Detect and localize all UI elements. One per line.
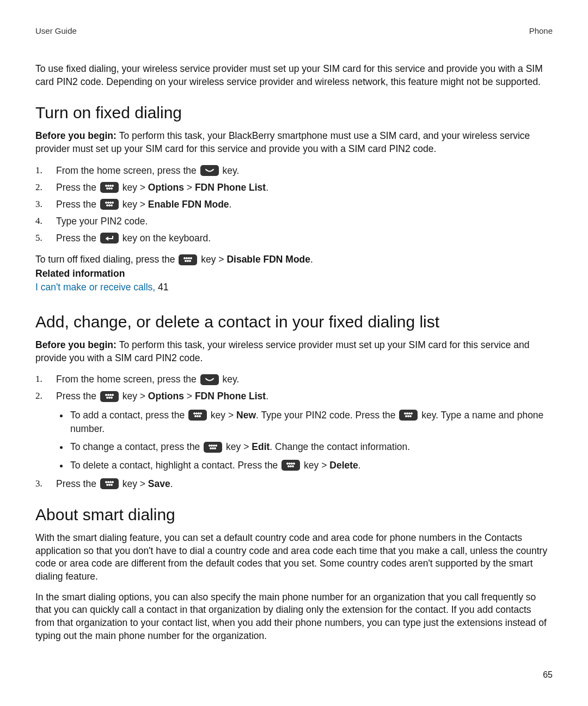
svg-point-13	[111, 205, 112, 206]
svg-point-39	[406, 415, 407, 417]
svg-point-29	[196, 412, 198, 414]
section2-sublist: To add a contact, press the key > New. T…	[56, 409, 553, 473]
svg-point-54	[290, 466, 292, 467]
svg-point-1	[107, 185, 109, 187]
svg-point-15	[186, 257, 188, 259]
svg-point-28	[194, 412, 195, 414]
section2-steps: From the home screen, press the key. Pre…	[35, 372, 553, 491]
section2-step-3: Press the key > Save.	[35, 477, 553, 491]
svg-point-14	[184, 257, 186, 259]
svg-point-21	[105, 394, 107, 395]
svg-point-18	[185, 260, 187, 261]
section2-before: Before you begin: To perform this task, …	[35, 339, 553, 364]
page: User Guide Phone To use fixed dialing, y…	[0, 0, 588, 706]
enter-key-icon	[100, 233, 119, 244]
section1-step-4: Type your PIN2 code.	[35, 214, 553, 229]
svg-point-23	[109, 394, 111, 395]
svg-point-56	[105, 482, 107, 483]
menu-key-icon	[281, 460, 300, 471]
svg-point-32	[195, 415, 197, 417]
section3-title: About smart dialing	[35, 506, 553, 524]
related-info-label: Related information	[35, 267, 553, 281]
section2-bullet-add: To add a contact, press the key > New. T…	[69, 409, 553, 436]
svg-point-17	[191, 257, 192, 259]
svg-point-27	[111, 397, 112, 398]
svg-point-38	[411, 412, 413, 414]
svg-point-35	[405, 412, 406, 414]
section1-step-5: Press the key on the keyboard.	[35, 231, 553, 246]
svg-point-62	[111, 484, 112, 486]
svg-point-48	[215, 447, 216, 449]
section1-before: Before you begin: To perform this task, …	[35, 130, 553, 155]
section3-p2: In the smart dialing options, you can al…	[35, 591, 553, 643]
svg-point-25	[106, 397, 108, 398]
menu-key-icon	[100, 391, 119, 402]
svg-point-16	[188, 257, 190, 259]
svg-point-33	[197, 415, 199, 417]
svg-point-59	[112, 482, 113, 483]
svg-point-45	[216, 445, 217, 446]
section1-step-2: Press the key > Options > FDN Phone List…	[35, 180, 553, 195]
page-number: 65	[543, 670, 553, 680]
svg-point-10	[112, 202, 113, 204]
svg-point-55	[292, 466, 294, 467]
header-left: User Guide	[35, 26, 77, 35]
section1-step-1: From the home screen, press the key.	[35, 163, 553, 178]
svg-point-20	[189, 260, 191, 261]
svg-point-19	[187, 260, 189, 261]
intro-paragraph: To use fixed dialing, your wireless serv…	[35, 63, 553, 88]
section1-step-3: Press the key > Enable FDN Mode.	[35, 197, 553, 212]
svg-point-36	[407, 412, 408, 414]
before-label: Before you begin:	[35, 339, 119, 350]
svg-point-31	[200, 412, 202, 414]
svg-point-43	[211, 445, 213, 446]
svg-point-53	[288, 466, 290, 467]
section2-bullet-delete: To delete a contact, highlight a contact…	[69, 459, 553, 472]
section1-steps: From the home screen, press the key. Pre…	[35, 163, 553, 246]
section1-turnoff: To turn off fixed dialing, press the key…	[35, 253, 553, 266]
svg-point-4	[106, 188, 108, 190]
section1-title: Turn on fixed dialing	[35, 104, 553, 122]
svg-point-37	[409, 412, 411, 414]
svg-point-0	[105, 185, 107, 187]
menu-key-icon	[100, 199, 119, 210]
call-key-icon	[200, 165, 219, 176]
menu-key-icon	[188, 410, 207, 421]
section3-p1: With the smart dialing feature, you can …	[35, 532, 553, 583]
section2-bullet-change: To change a contact, press the key > Edi…	[69, 440, 553, 454]
related-info-link-line: I can't make or receive calls, 41	[35, 281, 553, 294]
svg-point-30	[198, 412, 200, 414]
header-right: Phone	[529, 26, 553, 35]
svg-point-2	[109, 185, 111, 187]
svg-point-34	[199, 415, 201, 417]
svg-point-42	[209, 445, 211, 446]
svg-point-49	[287, 463, 289, 465]
svg-point-12	[108, 205, 110, 206]
menu-key-icon	[179, 254, 197, 265]
menu-key-icon	[399, 410, 418, 421]
svg-point-60	[106, 484, 108, 486]
svg-point-7	[105, 202, 107, 204]
svg-point-58	[109, 482, 111, 483]
svg-point-11	[106, 205, 108, 206]
menu-key-icon	[100, 478, 119, 489]
svg-point-22	[107, 394, 109, 395]
section2-step-1: From the home screen, press the key.	[35, 372, 553, 387]
svg-point-40	[408, 415, 409, 417]
svg-point-44	[213, 445, 215, 446]
svg-point-41	[410, 415, 412, 417]
svg-point-3	[112, 185, 113, 187]
svg-point-61	[108, 484, 110, 486]
svg-point-57	[107, 482, 109, 483]
section2-step-2: Press the key > Options > FDN Phone List…	[35, 389, 553, 472]
svg-point-51	[291, 463, 293, 465]
svg-point-52	[293, 463, 295, 465]
call-key-icon	[200, 374, 219, 385]
svg-point-46	[210, 447, 212, 449]
related-link[interactable]: I can't make or receive calls,	[35, 282, 158, 293]
svg-point-24	[112, 394, 113, 395]
before-label: Before you begin:	[35, 130, 119, 141]
svg-point-9	[109, 202, 111, 204]
svg-point-50	[289, 463, 291, 465]
svg-point-8	[107, 202, 109, 204]
